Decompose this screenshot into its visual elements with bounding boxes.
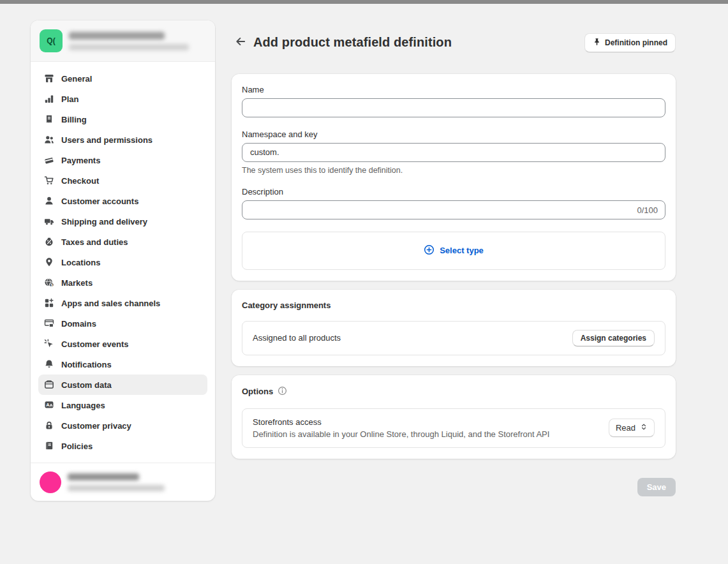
sidebar-item-label: Markets [61,278,93,288]
pin-icon [593,38,601,48]
options-title: Options [242,387,273,396]
sidebar-item-customer-events[interactable]: Customer events [38,334,207,354]
sidebar-item-label: Languages [61,401,105,410]
sidebar-item-locations[interactable]: Locations [38,252,207,272]
sidebar-item-policies[interactable]: Policies [38,436,207,456]
sidebar-item-plan[interactable]: Plan [38,89,207,109]
users-icon [43,135,55,145]
description-char-counter: 0/100 [637,205,658,214]
name-input[interactable] [242,98,665,117]
bell-icon [43,359,55,369]
sidebar-item-label: Plan [61,94,78,104]
definition-pinned-button[interactable]: Definition pinned [584,33,676,52]
plan-icon [43,94,55,104]
cart-icon [43,175,55,186]
store-identity [69,32,189,50]
store-domain-redacted [69,44,189,50]
sidebar-item-custom-data[interactable]: Custom data [38,375,207,395]
main-content: Add product metafield definition Definit… [232,27,676,496]
sidebar-item-label: Domains [61,319,96,329]
select-type-button[interactable]: Select type [242,232,665,270]
info-icon[interactable] [278,386,287,397]
save-button[interactable]: Save [637,478,676,496]
namespace-input[interactable] [242,143,665,162]
sidebar-item-label: Notifications [61,360,112,369]
sidebar-item-customer-privacy[interactable]: Customer privacy [38,415,207,436]
user-identity [68,473,165,491]
category-assignment-row: Assigned to all products Assign categori… [242,321,665,355]
sidebar-item-label: Shipping and delivery [61,217,147,226]
sidebar-item-taxes-and-duties[interactable]: Taxes and duties [38,232,207,252]
sidebar-item-general[interactable]: General [38,68,207,89]
user-avatar [40,471,61,493]
sidebar-item-label: Custom data [61,380,112,390]
sidebar-item-label: Policies [61,442,93,451]
sidebar-item-label: Locations [61,258,100,267]
page-title: Add product metafield definition [253,35,584,50]
namespace-label: Namespace and key [242,130,665,139]
sidebar-item-label: Apps and sales channels [61,299,160,308]
namespace-field-group: Namespace and key The system uses this t… [242,130,665,175]
back-arrow-icon [235,36,246,49]
cursor-click-icon [43,339,55,349]
truck-icon [43,216,55,226]
select-type-label: Select type [440,246,484,255]
sidebar-item-checkout[interactable]: Checkout [38,170,207,191]
store-name-redacted [69,32,165,40]
top-strip [0,0,728,4]
store-icon [43,73,55,84]
svg-text:A: A [46,402,50,408]
user-name-redacted [68,473,139,480]
sidebar-item-languages[interactable]: A Languages [38,395,207,415]
sidebar-item-apps-and-sales-channels[interactable]: Apps and sales channels [38,293,207,313]
category-assignments-card: Category assignments Assigned to all pro… [232,290,676,366]
settings-sidebar: Q( General Plan Billing Users and permis… [31,20,215,501]
domains-icon [43,318,55,329]
sidebar-item-label: Customer privacy [61,421,131,431]
sidebar-item-shipping-and-delivery[interactable]: Shipping and delivery [38,211,207,232]
description-field-group: Description 0/100 [242,187,665,219]
sidebar-item-billing[interactable]: Billing [38,109,207,130]
storefronts-access-description: Definition is available in your Online S… [253,429,549,439]
name-field-group: Name [242,85,665,117]
lock-icon [43,420,55,431]
sidebar-item-domains[interactable]: Domains [38,313,207,334]
type-field-group: Select type [242,232,665,270]
payments-icon [43,155,55,165]
store-header[interactable]: Q( [31,20,215,62]
description-input[interactable] [242,200,665,219]
storefronts-access-text: Storefronts access Definition is availab… [253,417,549,439]
sidebar-item-label: Billing [61,115,87,124]
user-footer[interactable] [31,463,215,501]
name-label: Name [242,85,665,94]
translate-icon: A [43,400,55,410]
billing-icon [43,114,55,124]
sidebar-item-payments[interactable]: Payments [38,150,207,170]
page-header: Add product metafield definition Definit… [232,27,676,59]
settings-nav: General Plan Billing Users and permissio… [31,62,215,463]
sidebar-item-markets[interactable]: $ Markets [38,272,207,293]
namespace-help-text: The system uses this to identify the def… [242,166,665,175]
storefronts-access-select[interactable]: Read [609,419,655,437]
sidebar-item-label: Payments [61,156,100,165]
sidebar-item-users-and-permissions[interactable]: Users and permissions [38,130,207,150]
globe-dollar-icon: $ [43,278,55,288]
location-pin-icon [43,257,55,267]
data-tin-icon [43,380,55,390]
sidebar-item-label: Customer events [61,339,128,349]
category-assignment-status: Assigned to all products [253,333,341,343]
plus-circle-icon [424,244,435,257]
sidebar-item-notifications[interactable]: Notifications [38,354,207,375]
user-email-redacted [68,485,165,491]
sidebar-item-customer-accounts[interactable]: Customer accounts [38,191,207,211]
options-card: Options Storefronts access Definition is… [232,375,676,459]
options-title-row: Options [242,386,665,397]
back-button[interactable] [232,34,249,52]
apps-icon [43,298,55,308]
storefronts-access-title: Storefronts access [253,417,549,427]
sidebar-item-label: General [61,74,92,84]
sidebar-item-label: Customer accounts [61,197,138,206]
taxes-icon [43,237,55,247]
sidebar-item-label: Taxes and duties [61,237,128,247]
assign-categories-button[interactable]: Assign categories [572,330,655,346]
